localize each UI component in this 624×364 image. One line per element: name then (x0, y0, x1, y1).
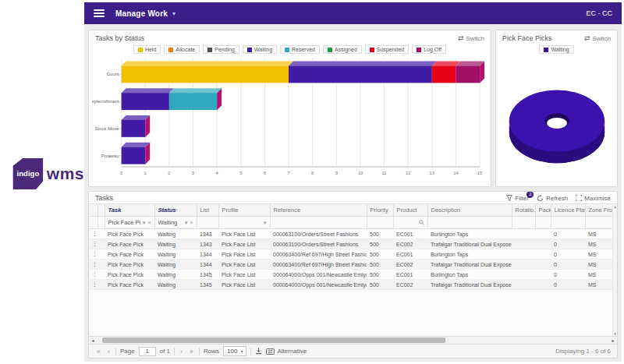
cell: Trafalgar Traditional Dual Exposed (427, 280, 512, 290)
cell: 0 (551, 249, 585, 260)
indigo-cube-logo: indigo (12, 150, 44, 197)
filter-input[interactable]: Waiting (158, 219, 183, 226)
table-row[interactable]: ⋮Pick Face PickWaiting1343Pick Face List… (89, 229, 617, 239)
cell (535, 280, 551, 290)
legend-item-pending[interactable]: Pending (203, 45, 239, 54)
rows-per-page-select[interactable]: 100 ▾ (223, 346, 246, 356)
svg-text:10: 10 (358, 171, 363, 175)
svg-text:14: 14 (453, 171, 459, 175)
legend-label: Reserved (292, 47, 315, 52)
table-row[interactable]: ⋮Pick Face PickWaiting1344Pick Face List… (89, 260, 617, 270)
row-menu-icon[interactable]: ⋮ (89, 239, 98, 249)
cell: EC001 (393, 249, 427, 260)
column-header-licence-plate[interactable]: Licence Plate (551, 204, 585, 217)
filter-button[interactable]: Filter 2 (506, 195, 529, 202)
prev-page-button[interactable]: ‹ (106, 348, 112, 355)
page-number-input[interactable] (139, 347, 156, 356)
legend-item-log-off[interactable]: Log Off (412, 45, 446, 54)
row-select-cell[interactable] (98, 249, 105, 260)
chevron-down-icon[interactable]: ▾ (264, 220, 267, 226)
legend-item-waiting[interactable]: Waiting (243, 45, 277, 54)
table-row[interactable]: ⋮Pick Face PickWaiting1345Pick Face List… (89, 280, 617, 290)
column-header-priority[interactable]: Priority (367, 204, 393, 217)
legend-item-held[interactable]: Held (133, 45, 161, 54)
cell: 500 (367, 260, 393, 270)
refresh-button[interactable]: Refresh (537, 195, 568, 202)
page-title: Manage Work (115, 9, 168, 18)
cell (535, 229, 551, 239)
cell: Trafalgar Traditional Dual Exposed (427, 260, 512, 270)
column-header-task[interactable]: Task (105, 204, 154, 217)
column-header-product[interactable]: Product (393, 204, 427, 217)
column-header-description[interactable]: Description (427, 204, 512, 217)
table-row[interactable]: ⋮Pick Face PickWaiting1344Pick Face List… (89, 249, 617, 260)
chevron-down-icon[interactable]: ▾ (185, 220, 188, 226)
filter-input[interactable]: Pick Face Pick (108, 219, 140, 226)
switch-button[interactable]: ⇄ Switch (458, 34, 484, 42)
legend-item-allocate[interactable]: Allocate (164, 45, 200, 54)
cell: 1343 (197, 239, 218, 249)
alternative-view-button[interactable]: Alternative (266, 348, 307, 355)
cell (512, 260, 535, 270)
chevron-down-icon[interactable]: ▾ (172, 10, 176, 17)
row-select-cell[interactable] (98, 229, 105, 239)
cell: MS (585, 260, 616, 270)
cell: Waiting (154, 260, 197, 270)
cell: Pick Face Pick (105, 260, 154, 270)
legend-swatch (285, 48, 289, 52)
row-menu-icon[interactable]: ⋮ (89, 260, 98, 270)
row-menu-icon[interactable]: ⋮ (89, 229, 98, 239)
last-page-button[interactable]: » (188, 348, 195, 355)
cell: 1345 (197, 280, 218, 290)
column-header-list[interactable]: List (197, 204, 218, 217)
cell: Pick Face List (218, 270, 270, 280)
svg-text:3: 3 (192, 171, 195, 175)
column-header-profile[interactable]: Profile (218, 204, 270, 217)
cell: 000063400/Ref 697/High Street Fashion Ch… (270, 249, 367, 260)
search-icon[interactable] (419, 220, 424, 226)
row-menu-icon[interactable]: ⋮ (89, 280, 98, 290)
row-select-cell[interactable] (98, 260, 105, 270)
maximise-button[interactable]: Maximise (576, 195, 611, 202)
cell: 1344 (197, 249, 218, 260)
column-header-pack[interactable]: Pack (535, 204, 551, 217)
legend-item-waiting[interactable]: Waiting (539, 45, 573, 54)
filter-badge: 2 (526, 191, 534, 198)
panel-title: Tasks by Status (95, 34, 144, 42)
horizontal-scrollbar[interactable]: ◂ ▸ (89, 336, 617, 344)
scroll-left-icon[interactable]: ◂ (89, 337, 97, 343)
first-page-button[interactable]: « (95, 348, 102, 355)
scrollbar-thumb[interactable] (102, 337, 445, 343)
table-row[interactable]: ⋮Pick Face PickWaiting1343Pick Face List… (89, 239, 617, 249)
legend-label: Assigned (335, 47, 357, 52)
svg-text:0: 0 (120, 171, 123, 175)
scroll-up-icon[interactable]: ▴ (614, 204, 616, 209)
row-menu-icon[interactable]: ⋮ (89, 249, 98, 260)
brand-logo: indigo wms (12, 150, 84, 198)
cell: Pick Face List (218, 249, 270, 260)
legend-item-assigned[interactable]: Assigned (323, 45, 362, 54)
table-row[interactable]: ⋮Pick Face PickWaiting1345Pick Face List… (89, 270, 617, 280)
cell: 1343 (197, 229, 218, 239)
chevron-down-icon[interactable]: ▾ (143, 220, 146, 226)
row-select-cell[interactable] (98, 270, 105, 280)
switch-button[interactable]: ⇄ Switch (584, 34, 611, 42)
menu-icon[interactable] (94, 9, 105, 17)
row-select-cell[interactable] (98, 239, 105, 249)
vertical-scrollbar[interactable]: ▴ ▾ (612, 204, 617, 336)
row-menu-icon[interactable]: ⋮ (89, 270, 98, 280)
svg-text:8: 8 (311, 171, 314, 175)
column-header-status[interactable]: Status (154, 204, 197, 217)
export-button[interactable] (255, 348, 262, 355)
column-header-zone-from[interactable]: Zone From (585, 204, 616, 217)
close-icon[interactable]: × (147, 220, 151, 225)
legend-item-suspended[interactable]: Suspended (365, 45, 409, 54)
column-header-reference[interactable]: Reference (270, 204, 367, 217)
cell: 0 (551, 280, 585, 290)
scroll-right-icon[interactable]: ▸ (609, 337, 617, 343)
row-select-cell[interactable] (98, 280, 105, 290)
next-page-button[interactable]: › (179, 348, 184, 355)
legend-item-reserved[interactable]: Reserved (280, 45, 320, 54)
column-header-rotatio-[interactable]: Rotatio... (512, 204, 535, 217)
close-icon[interactable]: × (190, 220, 193, 225)
